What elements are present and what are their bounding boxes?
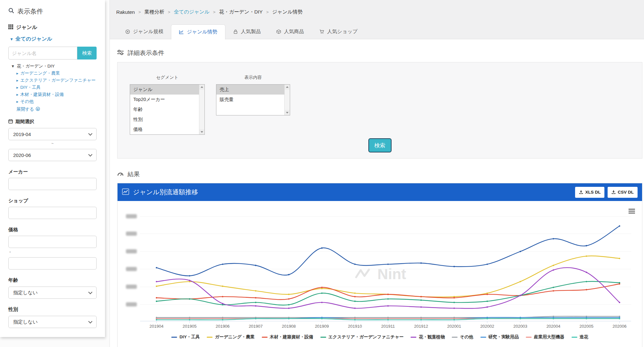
- svg-text:202005: 202005: [580, 324, 593, 329]
- csv-download-button[interactable]: CSV DL: [608, 187, 638, 198]
- legend-item-0[interactable]: DIY・工具: [171, 334, 200, 340]
- genre-search-button[interactable]: 検索: [77, 47, 97, 59]
- segment-options: ジャンルTop20メーカー年齢性別価格: [130, 85, 199, 134]
- legend-item-5[interactable]: その他: [452, 334, 473, 340]
- breadcrumb-item-3: 花・ガーデン・DIY: [219, 9, 262, 15]
- segment-scrollbar[interactable]: [199, 85, 204, 134]
- legend-marker: [572, 337, 577, 338]
- listbox-option[interactable]: 年齢: [130, 105, 199, 114]
- tab-label: 人気製品: [241, 28, 261, 35]
- breadcrumb-separator: >: [213, 10, 216, 14]
- scroll-down-icon[interactable]: [199, 129, 204, 134]
- genre-name-input[interactable]: [8, 47, 77, 59]
- sidebar-tree-item-4[interactable]: ▸その他: [8, 99, 97, 105]
- period-separator: ~: [8, 141, 97, 146]
- legend-marker: [320, 337, 326, 338]
- chevron-down-icon: [88, 132, 92, 136]
- main-area: Rakuten>業種分析>全てのジャンル>花・ガーデン・DIY>ジャンル情勢 ジ…: [110, 0, 644, 347]
- line-chart: 2019042019052019062019072019082019092019…: [118, 201, 641, 330]
- grid-icon: [8, 24, 13, 31]
- triangle-right-icon: ▸: [16, 85, 18, 90]
- sidebar-tree-root[interactable]: ▼ 花・ガーデン・DIY: [8, 63, 97, 69]
- tab-genre-trend[interactable]: ジャンル情勢: [171, 24, 225, 40]
- sidebar-item-all-genres[interactable]: ▼ 全てのジャンル: [10, 36, 97, 42]
- maker-input[interactable]: [8, 178, 97, 190]
- gauge-icon: [117, 171, 124, 178]
- scroll-up-icon[interactable]: [199, 85, 204, 90]
- tab-popular-goods[interactable]: 人気商品: [269, 24, 312, 39]
- display-listbox[interactable]: 売上販売量: [216, 84, 290, 115]
- legend-item-3[interactable]: エクステリア・ガーデンファニチャー: [320, 334, 404, 340]
- chart-card: ジャンル別流通額推移 XLS DL CSV DL: [117, 183, 642, 347]
- tree-item-label: DIY・工具: [20, 85, 41, 90]
- legend-label: DIY・工具: [179, 334, 200, 340]
- chart-header: ジャンル別流通額推移 XLS DL CSV DL: [118, 183, 642, 201]
- sidebar-tree-item-2[interactable]: ▸DIY・工具: [8, 85, 97, 90]
- svg-text:201904: 201904: [149, 324, 163, 329]
- listbox-option[interactable]: 価格: [130, 124, 199, 134]
- shop-input[interactable]: [8, 207, 97, 219]
- search-button[interactable]: 検索: [368, 138, 392, 152]
- tabs: ジャンル規模ジャンル情勢人気製品人気商品人気ショップ: [110, 24, 644, 39]
- age-value: 指定しない: [13, 290, 38, 296]
- age-select[interactable]: 指定しない: [8, 287, 97, 299]
- listbox-option[interactable]: 性別: [130, 114, 199, 124]
- period-from-select[interactable]: 2019-04: [8, 128, 97, 140]
- xls-download-button[interactable]: XLS DL: [575, 187, 604, 198]
- chart-body: Nint 20190420190520190620190720190820190…: [118, 201, 642, 347]
- legend-item-8[interactable]: 造花: [572, 334, 588, 340]
- hamburger-menu-icon[interactable]: [629, 209, 635, 215]
- tab-popular-products[interactable]: 人気製品: [225, 24, 269, 39]
- listbox-option[interactable]: Top20メーカー: [130, 95, 199, 105]
- legend-label: 造花: [580, 334, 588, 340]
- detail-conditions-panel: セグメント ジャンルTop20メーカー年齢性別価格 表示内容 売上販売量: [117, 62, 642, 159]
- sidebar-tree-item-1[interactable]: ▸エクステリア・ガーデンファニチャー: [8, 78, 97, 83]
- legend-item-2[interactable]: 木材・建築資材・設備: [262, 334, 313, 340]
- breadcrumb-item-2[interactable]: 全てのジャンル: [174, 9, 210, 15]
- listbox-option[interactable]: 売上: [216, 85, 284, 95]
- legend-item-7[interactable]: 産業用大型機器: [526, 334, 564, 340]
- sidebar-tree-item-0[interactable]: ▸ガーデニング・農業: [8, 70, 97, 76]
- svg-text:201912: 201912: [414, 324, 428, 329]
- genre-tree: ▼ 花・ガーデン・DIY ▸ガーデニング・農業▸エクステリア・ガーデンファニチャ…: [8, 63, 97, 112]
- price-max-input[interactable]: [8, 257, 97, 269]
- listbox-option[interactable]: ジャンル: [130, 85, 199, 95]
- listbox-option[interactable]: 販売量: [216, 95, 284, 105]
- tab-popular-shops[interactable]: 人気ショップ: [312, 24, 365, 39]
- tree-root-label: 花・ガーデン・DIY: [17, 63, 55, 69]
- calendar-icon: [8, 119, 13, 124]
- breadcrumb-item-0: Rakuten: [116, 9, 135, 15]
- display-scrollbar[interactable]: [284, 85, 290, 115]
- legend-item-1[interactable]: ガーデニング・農業: [207, 334, 254, 340]
- tree-item-label: エクステリア・ガーデンファニチャー: [20, 78, 96, 83]
- lock-icon: [233, 29, 238, 34]
- gender-label: 性別: [8, 306, 97, 313]
- legend-item-6[interactable]: 研究・実験用品: [480, 334, 519, 340]
- price-min-input[interactable]: [8, 236, 97, 248]
- legend-label: ガーデニング・農業: [215, 334, 254, 340]
- triangle-right-icon: ▸: [16, 99, 18, 104]
- gender-select[interactable]: 指定しない: [8, 316, 97, 328]
- sidebar-tree-item-3[interactable]: ▸木材・建築資材・設備: [8, 92, 97, 97]
- legend-marker: [452, 337, 458, 338]
- legend-marker: [411, 337, 416, 338]
- scroll-up-icon[interactable]: [285, 85, 290, 90]
- period-to-select[interactable]: 2020-06: [8, 149, 97, 161]
- segment-listbox[interactable]: ジャンルTop20メーカー年齢性別価格: [130, 84, 205, 135]
- maker-label: メーカー: [8, 169, 97, 175]
- legend-label: 木材・建築資材・設備: [270, 334, 313, 340]
- svg-text:201906: 201906: [216, 324, 230, 329]
- chart-line-icon: [122, 188, 129, 196]
- legend-marker: [526, 337, 532, 338]
- sidebar-expand-link[interactable]: 展開する: [8, 106, 97, 112]
- gender-value: 指定しない: [13, 319, 38, 325]
- scroll-down-icon[interactable]: [285, 110, 290, 115]
- legend-label: 研究・実験用品: [488, 334, 519, 340]
- shop-label: ショップ: [8, 198, 97, 204]
- legend-item-4[interactable]: 花・観葉植物: [411, 334, 445, 340]
- legend-marker: [207, 337, 213, 338]
- sidebar-card: 表示条件 ジャンル ▼ 全てのジャンル 検索 ▼ 花・ガーデン・DIY ▸ガーデ…: [0, 0, 105, 337]
- tab-genre-scale[interactable]: ジャンル規模: [118, 24, 171, 39]
- legend-label: エクステリア・ガーデンファニチャー: [328, 334, 404, 340]
- svg-text:201909: 201909: [315, 324, 329, 329]
